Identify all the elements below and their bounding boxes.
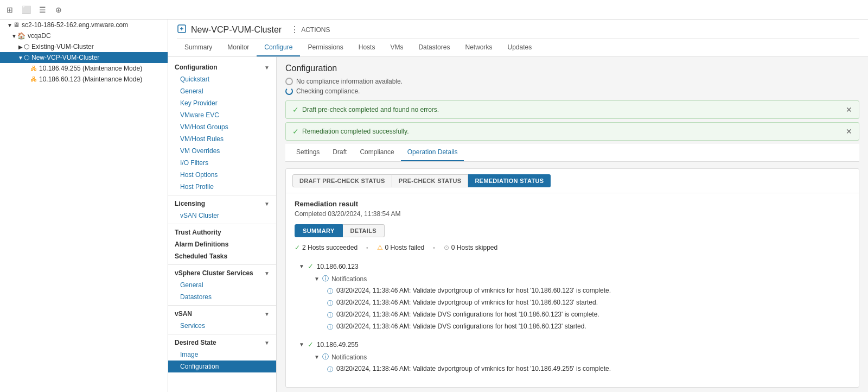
warning-icon: ⚠ bbox=[377, 244, 383, 251]
status-checking-text: Checking compliance. bbox=[296, 87, 360, 95]
details-btn[interactable]: DETAILS bbox=[343, 224, 385, 237]
nav-quickstart[interactable]: Quickstart bbox=[168, 73, 276, 85]
actions-button[interactable]: ⋮ ACTIONS bbox=[290, 24, 330, 35]
nav-image[interactable]: Image bbox=[168, 349, 276, 361]
nav-vsan-cluster[interactable]: vSAN Cluster bbox=[168, 210, 276, 222]
pre-check-status-btn[interactable]: PRE-CHECK STATUS bbox=[392, 174, 469, 187]
actions-dots-icon: ⋮ bbox=[290, 24, 299, 35]
hosts-failed-text: 0 Hosts failed bbox=[385, 244, 425, 251]
stat-dot-2: • bbox=[433, 245, 435, 251]
tree-existing-vum[interactable]: ▶ ⬡ Existing-VUM-Cluster bbox=[0, 41, 168, 52]
remediation-status-btn[interactable]: REMEDIATION STATUS bbox=[468, 174, 551, 187]
notif-item: ⓘ 03/20/2024, 11:38:46 AM: Validate dvpo… bbox=[323, 363, 850, 375]
status-no-compliance: No compliance information available. bbox=[285, 78, 859, 85]
section-configuration[interactable]: Configuration ▼ bbox=[168, 61, 276, 73]
sub-tab-operation-details[interactable]: Operation Details bbox=[401, 144, 464, 161]
notif-text-3: 03/20/2024, 11:38:46 AM: Validate DVS co… bbox=[336, 311, 599, 318]
tab-datastores[interactable]: Datastores bbox=[411, 39, 457, 56]
host-row-2[interactable]: ▼ ✓ 10.186.49.255 bbox=[295, 338, 850, 351]
section-vsphere-cluster-services[interactable]: vSphere Cluster Services ▼ bbox=[168, 267, 276, 279]
tree-new-vcp[interactable]: ▼ ⬡ New-VCP-VUM-Cluster bbox=[0, 52, 168, 63]
success-check-icon: ✓ bbox=[295, 244, 300, 251]
section-licensing[interactable]: Licensing ▼ bbox=[168, 198, 276, 210]
host1-notif-header[interactable]: ▼ ⓘ Notifications bbox=[310, 273, 850, 285]
tree-root-toggle[interactable]: ▼ bbox=[7, 22, 13, 28]
stats-row: ✓ 2 Hosts succeeded • ⚠ 0 Hosts failed •… bbox=[295, 244, 850, 251]
nav-configuration-active[interactable]: Configuration bbox=[168, 361, 276, 372]
alert-banner-1: ✓ Draft pre-check completed and found no… bbox=[285, 100, 859, 119]
nav-tree: ▼ 🖥 sc2-10-186-52-162.eng.vmware.com ▼ 🏠… bbox=[0, 20, 168, 392]
tab-permissions[interactable]: Permissions bbox=[300, 39, 350, 56]
tree-host1[interactable]: 🖧 10.186.49.255 (Maintenance Mode) bbox=[0, 63, 168, 74]
tab-configure[interactable]: Configure bbox=[257, 39, 300, 56]
new-vcp-toggle[interactable]: ▼ bbox=[17, 55, 24, 61]
nav-general2[interactable]: General bbox=[168, 279, 276, 291]
vsphere-cluster-services-chevron: ▼ bbox=[264, 270, 270, 276]
toolbar-icons: ⊞ ⬜ ☰ ⊕ bbox=[4, 4, 64, 15]
list-icon[interactable]: ☰ bbox=[37, 4, 48, 15]
status-no-compliance-text: No compliance information available. bbox=[296, 78, 403, 85]
sub-tab-settings[interactable]: Settings bbox=[290, 144, 326, 161]
host2-success-icon: ✓ bbox=[308, 340, 314, 349]
section-trust-authority[interactable]: Trust Authority bbox=[168, 226, 276, 238]
section-vsan[interactable]: vSAN ▼ bbox=[168, 308, 276, 320]
host-block-1: ▼ ✓ 10.186.60.123 ▼ ⓘ Notifications bbox=[295, 260, 850, 333]
window-icon[interactable]: ⬜ bbox=[21, 4, 31, 15]
toolbar: ⊞ ⬜ ☰ ⊕ bbox=[0, 0, 868, 20]
tab-monitor[interactable]: Monitor bbox=[220, 39, 257, 56]
nav-io-filters[interactable]: I/O Filters bbox=[168, 157, 276, 169]
nav-key-provider[interactable]: Key Provider bbox=[168, 97, 276, 109]
host2-notif-header[interactable]: ▼ ⓘ Notifications bbox=[310, 351, 850, 363]
nav-vmware-evc[interactable]: VMware EVC bbox=[168, 109, 276, 121]
host1-notif-section: ▼ ⓘ Notifications ⓘ 03/20/2024, 11:38:46… bbox=[295, 273, 850, 333]
tab-updates[interactable]: Updates bbox=[500, 39, 539, 56]
host1-icon: 🖧 bbox=[30, 65, 37, 72]
summary-btn[interactable]: SUMMARY bbox=[295, 224, 343, 237]
cluster-title: New-VCP-VUM-Cluster bbox=[191, 25, 282, 35]
notif-info-icon-1: ⓘ bbox=[327, 287, 333, 295]
content-header: New-VCP-VUM-Cluster ⋮ ACTIONS Summary Mo… bbox=[168, 20, 868, 57]
panel-layout: Configuration ▼ Quickstart General Key P… bbox=[168, 57, 868, 392]
alert1-left: ✓ Draft pre-check completed and found no… bbox=[292, 105, 439, 114]
host-row-1[interactable]: ▼ ✓ 10.186.60.123 bbox=[295, 260, 850, 273]
spin-icon bbox=[285, 87, 293, 95]
existing-vum-toggle[interactable]: ▶ bbox=[17, 44, 24, 50]
sub-tab-compliance[interactable]: Compliance bbox=[353, 144, 400, 161]
nav-datastores[interactable]: Datastores bbox=[168, 291, 276, 303]
section-alarm-definitions[interactable]: Alarm Definitions bbox=[168, 238, 276, 250]
notif2-expand-icon: ▼ bbox=[314, 354, 320, 360]
hosts-failed-stat: ⚠ 0 Hosts failed bbox=[377, 244, 425, 251]
alert-banner-2: ✓ Remediation completed successfully. ✕ bbox=[285, 122, 859, 141]
vcqaDC-toggle[interactable]: ▼ bbox=[11, 33, 17, 39]
draft-pre-check-btn[interactable]: DRAFT PRE-CHECK STATUS bbox=[292, 174, 392, 187]
section-configuration-label: Configuration bbox=[175, 64, 218, 71]
configuration-chevron: ▼ bbox=[264, 65, 270, 71]
nav-general[interactable]: General bbox=[168, 85, 276, 97]
tree-host2[interactable]: 🖧 10.186.60.123 (Maintenance Mode) bbox=[0, 74, 168, 85]
section-scheduled-tasks[interactable]: Scheduled Tasks bbox=[168, 250, 276, 262]
nav-vm-host-groups[interactable]: VM/Host Groups bbox=[168, 121, 276, 133]
nav-services[interactable]: Services bbox=[168, 320, 276, 332]
nav-vm-host-rules[interactable]: VM/Host Rules bbox=[168, 133, 276, 145]
sub-tab-draft[interactable]: Draft bbox=[326, 144, 353, 161]
nav-host-options[interactable]: Host Options bbox=[168, 169, 276, 181]
globe-icon[interactable]: ⊕ bbox=[53, 4, 64, 15]
tab-hosts[interactable]: Hosts bbox=[351, 39, 383, 56]
tab-summary[interactable]: Summary bbox=[177, 39, 220, 56]
notif-info-icon-5: ⓘ bbox=[327, 365, 333, 374]
grid-icon[interactable]: ⊞ bbox=[4, 4, 15, 15]
alert2-close-button[interactable]: ✕ bbox=[846, 127, 852, 136]
skip-icon: ⊙ bbox=[444, 244, 449, 251]
notif-item: ⓘ 03/20/2024, 11:38:46 AM: Validate DVS … bbox=[323, 321, 850, 333]
nav-vm-overrides[interactable]: VM Overrides bbox=[168, 145, 276, 157]
tree-root[interactable]: ▼ 🖥 sc2-10-186-52-162.eng.vmware.com bbox=[0, 20, 168, 30]
section-desired-state[interactable]: Desired State ▼ bbox=[168, 337, 276, 349]
host1-name: 10.186.60.123 bbox=[317, 263, 359, 270]
alert2-left: ✓ Remediation completed successfully. bbox=[292, 127, 409, 136]
tree-vcqaDC[interactable]: ▼ 🏠 vcqaDC bbox=[0, 30, 168, 41]
tab-networks[interactable]: Networks bbox=[457, 39, 500, 56]
tab-vms[interactable]: VMs bbox=[382, 39, 411, 56]
server-icon: 🖥 bbox=[13, 21, 20, 29]
alert1-close-button[interactable]: ✕ bbox=[846, 105, 852, 114]
nav-host-profile[interactable]: Host Profile bbox=[168, 181, 276, 193]
